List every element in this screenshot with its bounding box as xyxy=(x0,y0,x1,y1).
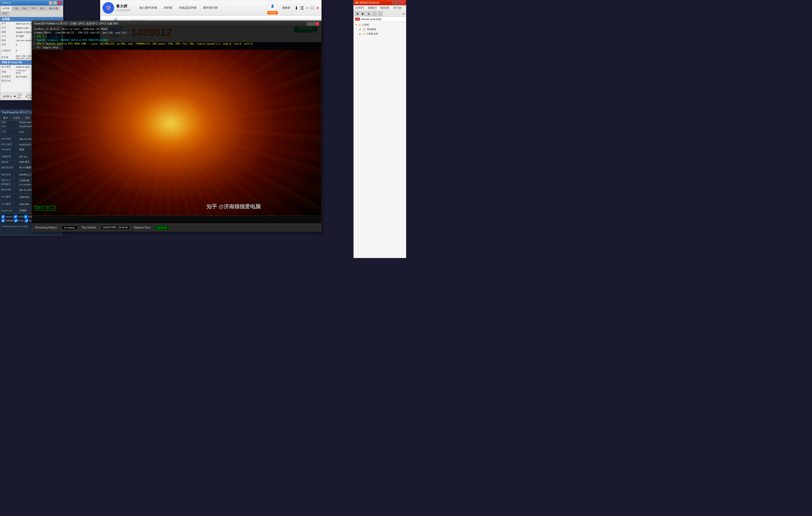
aida-tree-overview[interactable]: ▶ 📋 系统概述 xyxy=(355,27,405,32)
gpuz-tab-gpu[interactable]: 显卡 xyxy=(1,115,10,120)
ludashi-brand-info: 鲁大师 专注硬件防护 xyxy=(116,4,130,12)
aida-forward-btn[interactable]: ▶ xyxy=(360,11,365,16)
furmark-status-bar: Remaining Battery: No battery Test Start… xyxy=(32,223,321,232)
furmark-line2-text: Frames:28443 - time:00:04:13 - FPS:115 (… xyxy=(34,31,127,34)
aida-logo-num: 64 xyxy=(355,1,358,4)
gpuz-checkbox-opencl: OpenCL xyxy=(1,215,13,218)
furmark-line5-text: > GPU 1 (NVIDIA GeForce RTX 3060 LHR) - … xyxy=(34,43,253,45)
cpuz-core-count-label: 核心数 xyxy=(18,93,25,99)
cpuz-bus-speed-value: 99.78 MHz xyxy=(15,75,32,79)
cpuz-tab-spd[interactable]: SPD xyxy=(29,6,38,11)
gpuz-checkbox-rtx: 光线追踪 xyxy=(1,219,14,222)
cpuz-titlebar-controls: ─ □ ✕ xyxy=(49,1,61,5)
aida-folder-icon: 🖥 xyxy=(358,24,361,26)
ludashi-nav: 核心硬件评测 AI评测 光线追踪评测 硬件排行榜 xyxy=(136,5,221,11)
furmark-close-btn[interactable]: ✕ xyxy=(316,22,319,26)
furmark-line2: Frames:28443 - time:00:04:13 - FPS:115 (… xyxy=(34,31,319,34)
gpuz-tab-sensors[interactable]: 传感器 xyxy=(10,115,22,120)
cpuz-titlebar: CPU-Z ─ □ ✕ xyxy=(0,0,63,5)
ludashi-logo-icon: 🔮 xyxy=(106,5,111,11)
cpuz-tab-mainboard[interactable]: 主板 xyxy=(12,6,20,11)
ludashi-menu-icon[interactable]: ☰ xyxy=(300,5,304,10)
ludashi-expert-area: 👤 大师排行 xyxy=(267,1,278,15)
furmark-teststart-value: 2023/2/7/周二 19:26:45 xyxy=(101,225,130,230)
gpuz-tab-advanced[interactable]: 高级 xyxy=(23,115,32,120)
aida-tree-compname[interactable]: ▶ 🖥 计算机名称 xyxy=(355,32,405,36)
cpuz-minimize-btn[interactable]: ─ xyxy=(49,1,53,5)
aida-menu-about[interactable]: 关于(A) xyxy=(392,6,402,10)
aida-back-btn[interactable]: ◀ xyxy=(355,11,359,16)
cpuz-tab-processor[interactable]: 处理器 xyxy=(1,6,11,11)
aida-menu-file[interactable]: 文件(F) xyxy=(355,6,365,10)
gpuz-footer-label: NVIDIA GeForce RTX 3060 xyxy=(2,225,28,228)
furmark-line3-text: [ GPU-Z ] xyxy=(34,35,47,38)
cpuz-tabs: 处理器 主板 内存 SPD 显卡 测试分数 关于 xyxy=(0,5,63,16)
aida-window: 64 AIDA64 Extreme ─ □ ✕ 文件(F) 查看(V) 报告(R… xyxy=(353,0,406,258)
cpuz-maximize-btn[interactable]: □ xyxy=(53,1,57,5)
furmark-minimize-btn[interactable]: ─ xyxy=(307,22,311,26)
furmark-line4-text: > OpenGL renderer: NVIDIA GeForce RTX 30… xyxy=(34,39,108,42)
furmark-titlebar: Geeks3D FurMark v1.30.0.0 - 113帧, GPU1 温… xyxy=(32,21,321,27)
furmark-line1-text: FurMark v1.30.0.0 - Burn-in test, 1280x7… xyxy=(34,28,108,30)
furmark-gpu-overlay: GPU 1: 65; ◈ xyxy=(34,206,55,210)
furmark-line3: [ GPU-Z ] xyxy=(34,34,319,38)
aida-home-btn[interactable]: ⌂ xyxy=(372,11,377,16)
aida-header-info: 64 AIDA64 v6.85.6300 xyxy=(354,17,406,22)
aida-tree: ▼ 🖥 计算机 ▶ 📋 系统概述 ▶ 🖥 计算机名称 xyxy=(354,22,406,37)
cpuz-core-speed-value: 4489.02 MHz xyxy=(15,65,32,69)
aida-menu-report[interactable]: 报告(R) xyxy=(379,6,390,10)
cpuz-row-core-speed: 核心速度 4489.02 MHz xyxy=(0,65,32,69)
cpuz-row-fsb: 额定FSB xyxy=(0,79,32,83)
ludashi-brand-name: 鲁大师 xyxy=(116,4,130,9)
furmark-gpu-overlay-text: GPU 1: 65; ◈ xyxy=(36,207,54,210)
ludashi-minimize-icon[interactable]: ─ xyxy=(306,5,309,10)
cpuz-tab-about[interactable]: 关于 xyxy=(1,11,9,16)
aida-expand2-icon: ▶ xyxy=(359,33,362,35)
cpuz-close-btn[interactable]: ✕ xyxy=(58,1,61,5)
ludashi-login-btn[interactable]: 请登录 xyxy=(280,5,293,11)
aida-subfolder-icon: 📋 xyxy=(362,28,366,31)
svg-text:综合: 综合 xyxy=(114,18,118,19)
cpuz-row-multiplier: 倍频 x 45.0 (4.0 - 46.0) xyxy=(0,69,32,75)
aida-close-btn[interactable]: ✕ xyxy=(401,1,405,4)
furmark-info-bar: FurMark v1.30.0.0 - Burn-in test, 1280x7… xyxy=(32,27,321,50)
aida-logo-text: 64 xyxy=(402,12,405,15)
aida-collapse-icon: ▼ xyxy=(355,24,358,26)
aida-fav-btn[interactable]: ☆ xyxy=(378,11,383,16)
aida-maximize-btn[interactable]: □ xyxy=(397,1,400,4)
furmark-line4: > OpenGL renderer: NVIDIA GeForce RTX 30… xyxy=(34,38,319,42)
ludashi-nav-rtx[interactable]: 光线追踪评测 xyxy=(176,5,200,11)
furmark-scene: GPU 1: 65; ◈ FurMark 知乎 @济南猫猫爱电脑 0% xyxy=(32,50,321,232)
aida-tree-computer[interactable]: ▼ 🖥 计算机 xyxy=(355,23,405,27)
cpuz-title: CPU-Z xyxy=(2,1,11,4)
furmark-elapsed-label: Elapsed Time: xyxy=(134,226,151,229)
zhihu-watermark: 知乎 @济南猫猫爱电脑 xyxy=(207,203,261,210)
aida-menu-view[interactable]: 查看(V) xyxy=(367,6,377,10)
cpuz-tab-gpu[interactable]: 显卡 xyxy=(38,6,47,11)
furmark-title: Geeks3D FurMark v1.30.0.0 - 113帧, GPU1 温… xyxy=(34,22,118,26)
aida-expand-icon: ▶ xyxy=(359,28,362,31)
cpuz-multiplier-value: x 45.0 (4.0 - 46.0) xyxy=(15,69,32,74)
ludashi-close-icon[interactable]: ✕ xyxy=(316,5,319,10)
gpuz-checkbox-cuda: CUDA xyxy=(14,215,24,218)
cpuz-processor-select[interactable]: 处理器 #1 xyxy=(1,94,17,99)
ludashi-maximize-icon[interactable]: □ xyxy=(311,5,314,10)
aida-minimize-btn[interactable]: ─ xyxy=(393,1,396,4)
aida-controls: ─ □ ✕ xyxy=(393,1,405,4)
ludashi-nav-ai[interactable]: AI评测 xyxy=(161,5,175,11)
ludashi-actions: 👤 大师排行 请登录 ⬇ ☰ ─ □ ✕ xyxy=(267,1,319,15)
ludashi-nav-rank[interactable]: 硬件排行榜 xyxy=(200,5,221,11)
furmark-line6-text: - F1: toggle help xyxy=(34,46,58,49)
ludashi-brand-area: 🔮 鲁大师 专注硬件防护 xyxy=(103,2,130,14)
ludashi-nav-hardware[interactable]: 核心硬件评测 xyxy=(136,5,160,11)
aida-version-row: 64 AIDA64 v6.85.6300 xyxy=(355,18,405,21)
cpuz-tab-bench[interactable]: 测试分数 xyxy=(47,6,60,11)
cpuz-selector-area: 处理器 #1 核心数 6 xyxy=(1,93,27,99)
furmark-window: Geeks3D FurMark v1.30.0.0 - 113帧, GPU1 温… xyxy=(32,21,322,232)
furmark-maximize-btn[interactable]: □ xyxy=(311,22,315,26)
cpuz-row-bus-speed: 总线速度 99.78 MHz xyxy=(0,75,32,79)
cpuz-process-value: 10 纳米 xyxy=(15,34,34,38)
ludashi-download-icon[interactable]: ⬇ xyxy=(295,5,298,10)
aida-up-btn[interactable]: ▲ xyxy=(366,11,371,16)
cpuz-tab-memory[interactable]: 内存 xyxy=(21,6,29,11)
